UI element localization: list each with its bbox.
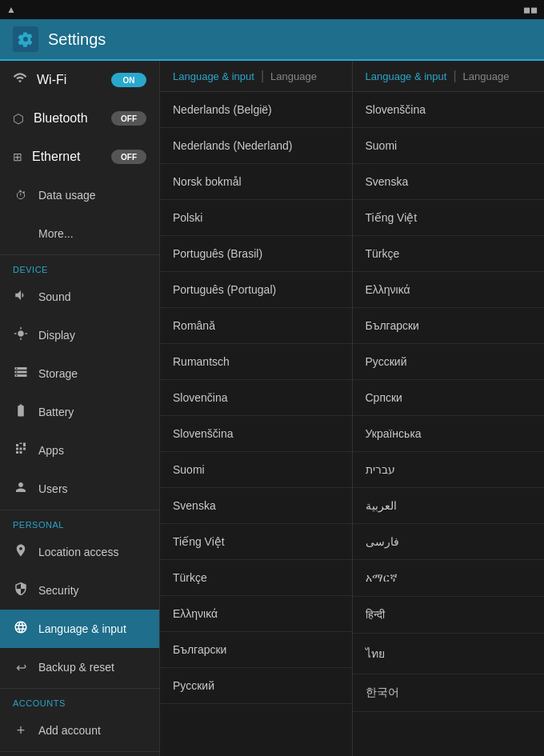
lang-list-item[interactable]: Български	[160, 632, 352, 668]
lang-list-item[interactable]: Polski	[160, 200, 352, 236]
lang-list-item[interactable]: Русский	[353, 344, 545, 380]
sidebar: Wi-Fi ON ⬡ Bluetooth OFF ⊞ Ethernet OFF …	[0, 61, 160, 756]
lang-list-item[interactable]: Türkçe	[160, 560, 352, 596]
lang-panel-right: Language & input | Language SlovenščinaS…	[353, 61, 545, 756]
lang-list-item[interactable]: Русский	[160, 668, 352, 704]
lang-header-right-main: Language & input	[366, 70, 447, 82]
divider-device	[0, 254, 159, 255]
lang-list-item[interactable]: فارسی	[353, 524, 545, 560]
lang-list-item[interactable]: Nederlands (België)	[160, 92, 352, 128]
sidebar-item-sound[interactable]: Sound	[0, 278, 159, 316]
lang-panel-left: Language & input | Language Nederlands (…	[160, 61, 353, 756]
ethernet-icon: ⊞	[13, 150, 22, 163]
personal-section-header: PERSONAL	[0, 514, 159, 533]
ethernet-label: Ethernet	[32, 150, 80, 164]
add-account-icon: +	[13, 722, 29, 739]
lang-list-item[interactable]: ไทย	[353, 634, 545, 674]
sidebar-item-add-account[interactable]: + Add account	[0, 711, 159, 750]
lang-list-item[interactable]: Ελληνικά	[353, 272, 545, 308]
storage-label: Storage	[38, 367, 78, 380]
lang-list-item[interactable]: العربية	[353, 488, 545, 524]
content-area: Language & input | Language Nederlands (…	[160, 61, 544, 756]
backup-icon: ↩	[13, 660, 29, 675]
device-section-header: DEVICE	[0, 258, 159, 278]
bluetooth-label: Bluetooth	[34, 111, 88, 126]
sidebar-item-display[interactable]: Display	[0, 316, 159, 354]
sidebar-item-more[interactable]: More...	[0, 214, 159, 253]
bluetooth-icon: ⬡	[13, 111, 24, 126]
wifi-toggle[interactable]: ON	[111, 73, 146, 87]
wifi-icon	[13, 73, 27, 87]
lang-list-item[interactable]: አማርኛ	[353, 560, 545, 597]
lang-list-item[interactable]: Suomi	[160, 452, 352, 488]
display-label: Display	[38, 329, 75, 342]
lang-list-item[interactable]: Português (Portugal)	[160, 272, 352, 308]
accounts-section-header: ACCOUNTS	[0, 692, 159, 711]
lang-header-right-sep: |	[453, 69, 456, 83]
location-icon	[13, 543, 29, 561]
time-status: ◼◼	[523, 5, 538, 15]
sound-icon	[13, 288, 29, 306]
data-usage-label: Data usage	[38, 189, 96, 202]
ethernet-toggle[interactable]: OFF	[111, 150, 146, 164]
sidebar-item-wifi[interactable]: Wi-Fi ON	[0, 61, 159, 99]
lang-list-item[interactable]: Ελληνικά	[160, 596, 352, 632]
backup-label: Backup & reset	[38, 661, 114, 674]
lang-list-item[interactable]: Српски	[353, 380, 545, 416]
wifi-label: Wi-Fi	[37, 73, 66, 87]
lang-list-item[interactable]: Български	[353, 308, 545, 344]
lang-list-item[interactable]: Tiếng Việt	[160, 524, 352, 560]
lang-header-right-sub: Language	[463, 70, 510, 82]
lang-list-item[interactable]: 한국어	[353, 674, 545, 712]
battery-icon	[13, 403, 29, 421]
wifi-status-icon: ▲	[6, 4, 16, 15]
page-title: Settings	[48, 30, 106, 49]
lang-list-item[interactable]: Slovenčina	[160, 380, 352, 416]
lang-list-item[interactable]: Română	[160, 308, 352, 344]
lang-list-item[interactable]: Slovenščina	[160, 416, 352, 452]
sidebar-item-ethernet[interactable]: ⊞ Ethernet OFF	[0, 138, 159, 176]
lang-list-item[interactable]: Slovenščina	[353, 92, 545, 128]
sidebar-item-storage[interactable]: Storage	[0, 354, 159, 393]
lang-list-item[interactable]: Svenska	[353, 164, 545, 200]
security-icon	[13, 582, 29, 599]
lang-header-left: Language & input | Language	[160, 61, 352, 92]
users-icon	[13, 480, 29, 498]
lang-list-item[interactable]: Português (Brasil)	[160, 236, 352, 272]
battery-label: Battery	[38, 406, 74, 418]
lang-list-item[interactable]: Українська	[353, 416, 545, 452]
lang-list-item[interactable]: Suomi	[353, 128, 545, 164]
storage-icon	[13, 365, 29, 382]
lang-list-item[interactable]: Tiếng Việt	[353, 200, 545, 236]
lang-list-item[interactable]: עברית	[353, 452, 545, 488]
lang-list-item[interactable]: Nederlands (Nederland)	[160, 128, 352, 164]
sidebar-item-security[interactable]: Security	[0, 571, 159, 610]
sidebar-item-backup[interactable]: ↩ Backup & reset	[0, 648, 159, 686]
title-bar: Settings	[0, 19, 544, 61]
apps-label: Apps	[38, 444, 64, 457]
sidebar-item-battery[interactable]: Battery	[0, 393, 159, 431]
lang-list-item[interactable]: Norsk bokmål	[160, 164, 352, 200]
sidebar-item-users[interactable]: Users	[0, 470, 159, 508]
sidebar-item-location[interactable]: Location access	[0, 533, 159, 571]
data-usage-icon: ⏱	[13, 189, 29, 202]
sidebar-item-language[interactable]: Language & input	[0, 610, 159, 648]
bluetooth-toggle[interactable]: OFF	[111, 111, 146, 126]
status-bar: ▲ ◼◼	[0, 0, 544, 19]
lang-list-right: SlovenščinaSuomiSvenskaTiếng ViệtTürkçeΕ…	[353, 92, 545, 712]
location-label: Location access	[38, 546, 118, 558]
sidebar-item-bluetooth[interactable]: ⬡ Bluetooth OFF	[0, 99, 159, 138]
users-label: Users	[38, 482, 68, 495]
add-account-label: Add account	[38, 724, 101, 737]
language-icon	[13, 620, 29, 638]
sidebar-item-apps[interactable]: Apps	[0, 431, 159, 470]
security-label: Security	[38, 584, 79, 597]
lang-list-item[interactable]: Svenska	[160, 488, 352, 524]
lang-header-left-main: Language & input	[173, 70, 254, 82]
sidebar-item-data-usage[interactable]: ⏱ Data usage	[0, 176, 159, 214]
divider-personal	[0, 510, 159, 510]
lang-list-item[interactable]: हिन्दी	[353, 597, 545, 634]
lang-list-item[interactable]: Rumantsch	[160, 344, 352, 380]
lang-list-item[interactable]: Türkçe	[353, 236, 545, 272]
more-label: More...	[38, 227, 74, 240]
